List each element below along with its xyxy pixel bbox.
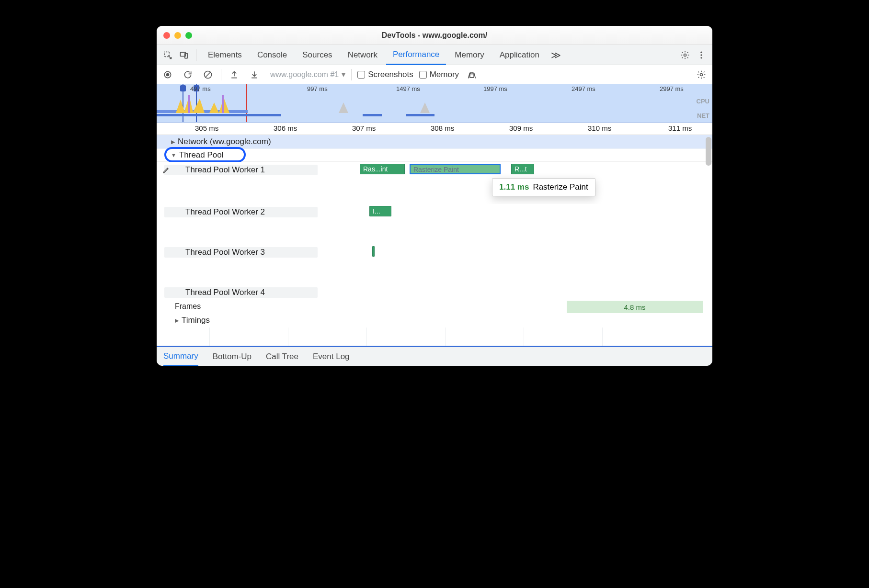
tab-memory[interactable]: Memory <box>448 45 491 65</box>
svg-rect-13 <box>188 95 190 113</box>
timeline-overview[interactable]: 497 ms 997 ms 1497 ms 1997 ms 2497 ms 29… <box>157 84 712 123</box>
close-window-button[interactable] <box>163 32 170 39</box>
profile-select-label: www.google.com #1 <box>270 70 339 79</box>
traffic-lights <box>163 32 192 39</box>
worker-3-label: Thread Pool Worker 3 <box>185 248 265 257</box>
overview-tick: 497 ms <box>190 85 211 92</box>
tab-application[interactable]: Application <box>493 45 546 65</box>
minimize-window-button[interactable] <box>174 32 181 39</box>
track-timings[interactable]: ▶ Timings <box>157 313 712 328</box>
vertical-scrollbar-thumb[interactable] <box>706 137 711 166</box>
tab-call-tree[interactable]: Call Tree <box>266 347 298 366</box>
svg-rect-14 <box>222 95 224 113</box>
checkbox-box <box>357 71 365 79</box>
tooltip-name: Rasterize Paint <box>533 182 588 192</box>
flame-segment[interactable] <box>372 246 375 257</box>
svg-point-6 <box>700 57 702 58</box>
tooltip: 1.11 msRasterize Paint <box>492 178 595 196</box>
track-worker-3[interactable]: Thread Pool Worker 3 <box>157 244 712 284</box>
tab-bottom-up[interactable]: Bottom-Up <box>213 347 252 366</box>
panel-tabs: Elements Console Sources Network Perform… <box>157 45 712 65</box>
overview-tick: 997 ms <box>307 85 328 92</box>
worker-4-label: Thread Pool Worker 4 <box>185 288 265 297</box>
tab-performance[interactable]: Performance <box>386 45 446 65</box>
overview-net-band <box>157 114 281 116</box>
titlebar: DevTools - www.google.com/ <box>157 26 712 45</box>
download-profile-icon[interactable] <box>247 68 262 82</box>
flamechart-tracks[interactable]: ▶ Network (ww.google.com) ▼ Thread Pool … <box>157 135 712 346</box>
window-title: DevTools - www.google.com/ <box>157 31 712 40</box>
disclosure-triangle-icon[interactable]: ▼ <box>171 152 176 158</box>
tabs-overflow-icon[interactable]: ≫ <box>548 49 564 61</box>
overview-cpu-label: CPU <box>697 98 709 105</box>
separator <box>196 49 196 61</box>
flamechart-ruler[interactable]: 305 ms 306 ms 307 ms 308 ms 309 ms 310 m… <box>157 123 712 135</box>
track-network-label: ▶ Network (ww.google.com) <box>171 137 271 147</box>
flame-segment[interactable]: I... <box>369 206 391 216</box>
tab-sources[interactable]: Sources <box>296 45 339 65</box>
upload-profile-icon[interactable] <box>227 68 241 82</box>
tooltip-duration: 1.11 ms <box>499 182 529 192</box>
garbage-collect-icon[interactable] <box>465 68 479 82</box>
overview-tick: 1497 ms <box>396 85 420 92</box>
reload-record-icon[interactable] <box>181 68 195 82</box>
track-worker-1[interactable]: Thread Pool Worker 1 Ras...int Rasterize… <box>157 162 712 204</box>
checkbox-box <box>419 71 427 79</box>
overview-tick: 1997 ms <box>483 85 507 92</box>
svg-point-4 <box>700 51 702 53</box>
svg-marker-15 <box>339 102 348 113</box>
ruler-tick: 310 ms <box>588 124 611 132</box>
tab-elements[interactable]: Elements <box>201 45 249 65</box>
profile-select[interactable]: www.google.com #1 ▾ <box>270 70 345 79</box>
disclosure-triangle-icon[interactable]: ▶ <box>175 317 179 324</box>
inspect-icon[interactable] <box>160 48 175 62</box>
track-worker-4[interactable]: Thread Pool Worker 4 <box>157 284 712 301</box>
flame-segment-selected[interactable]: Rasterize Paint <box>410 164 501 174</box>
memory-label: Memory <box>430 70 459 79</box>
overview-net-band <box>406 114 434 116</box>
track-threadpool-header[interactable]: ▼ Thread Pool <box>157 148 712 162</box>
worker-2-label: Thread Pool Worker 2 <box>185 207 265 217</box>
ruler-tick: 305 ms <box>195 124 218 132</box>
timings-label-text: Timings <box>182 316 210 325</box>
ruler-tick: 308 ms <box>431 124 454 132</box>
settings-gear-icon[interactable] <box>678 48 692 62</box>
screenshots-checkbox[interactable]: Screenshots <box>357 70 413 79</box>
zoom-window-button[interactable] <box>185 32 192 39</box>
tab-console[interactable]: Console <box>251 45 294 65</box>
svg-point-8 <box>166 73 170 76</box>
network-label-text: Network (ww.google.com) <box>178 137 271 147</box>
edit-icon[interactable] <box>162 166 170 176</box>
track-frames[interactable]: Frames 4.8 ms <box>157 301 712 313</box>
device-toggle-icon[interactable] <box>177 48 191 62</box>
tab-summary[interactable]: Summary <box>163 348 198 366</box>
frame-bar[interactable]: 4.8 ms <box>567 301 703 313</box>
flame-segment[interactable]: Ras...int <box>360 164 405 174</box>
track-network[interactable]: ▶ Network (ww.google.com) <box>157 135 712 148</box>
kebab-menu-icon[interactable] <box>694 48 709 62</box>
worker-1-label: Thread Pool Worker 1 <box>185 165 265 175</box>
threadpool-label-text: Thread Pool <box>179 150 224 160</box>
tab-event-log[interactable]: Event Log <box>313 347 350 366</box>
disclosure-triangle-icon[interactable]: ▶ <box>171 139 175 145</box>
devtools-window: DevTools - www.google.com/ Elements Cons… <box>157 26 712 366</box>
memory-checkbox[interactable]: Memory <box>419 70 459 79</box>
svg-point-10 <box>700 73 703 76</box>
separator <box>221 69 221 80</box>
capture-settings-gear-icon[interactable] <box>694 68 709 82</box>
ruler-tick: 307 ms <box>352 124 376 132</box>
track-worker-2[interactable]: Thread Pool Worker 2 I... <box>157 204 712 244</box>
overview-cpu-sparkline <box>176 94 281 113</box>
flame-segment[interactable]: R...t <box>511 164 534 174</box>
frame-duration: 4.8 ms <box>624 303 645 311</box>
overview-tick: 2497 ms <box>572 85 595 92</box>
threadpool-header-label: ▼ Thread Pool <box>171 150 224 160</box>
overview-tick: 2997 ms <box>660 85 684 92</box>
performance-toolbar: www.google.com #1 ▾ Screenshots Memory <box>157 65 712 84</box>
frames-label: Frames <box>175 302 201 311</box>
clear-icon[interactable] <box>201 68 215 82</box>
overview-net-label: NET <box>697 112 709 119</box>
record-icon[interactable] <box>160 68 175 82</box>
tab-network[interactable]: Network <box>341 45 384 65</box>
svg-marker-12 <box>209 98 229 113</box>
